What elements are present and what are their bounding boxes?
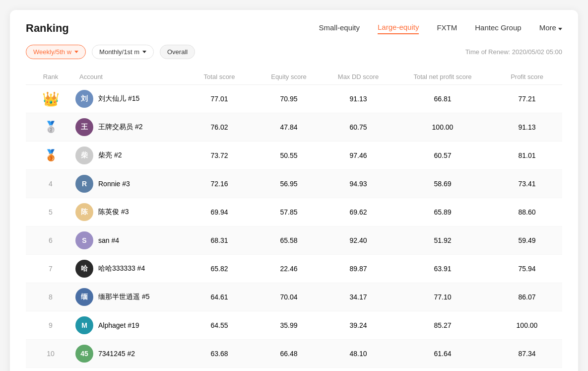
- net-profit-score: 58.69: [393, 180, 492, 188]
- table-row: 🥉 柴 柴亮 #2 73.72 50.55 97.46 60.57 81.01: [26, 142, 562, 170]
- table-row: 👑 刘 刘大仙儿 #15 77.01 70.95 91.13 66.81 77.…: [26, 85, 562, 113]
- chevron-down-icon: [74, 51, 78, 53]
- rank-cell: 👑: [26, 90, 75, 108]
- avatar: 柴: [75, 147, 93, 164]
- account-cell: 柴 柴亮 #2: [75, 147, 185, 164]
- account-name: Ronnie #3: [98, 180, 130, 188]
- account-cell: M Alphaget #19: [75, 316, 185, 334]
- silver-rank-icon: 🥈: [42, 118, 60, 136]
- nav-tab-large-equity[interactable]: Large-equity: [378, 23, 419, 34]
- overall-filter-btn[interactable]: Overall: [160, 45, 195, 59]
- net-profit-score: 65.89: [393, 208, 492, 216]
- table-row: 5 陈 陈英俊 #3 69.94 57.85 69.62 65.89 88.60: [26, 198, 562, 226]
- total-score: 73.72: [185, 151, 254, 159]
- account-name: Alphaget #19: [98, 321, 139, 329]
- account-name: 柴亮 #2: [98, 151, 122, 160]
- weekly-filter-btn[interactable]: Weekly/5th w: [26, 45, 86, 59]
- net-profit-score: 60.57: [393, 151, 492, 159]
- rank-cell: 8: [26, 293, 75, 301]
- equity-score: 22.46: [254, 265, 324, 273]
- equity-score: 70.04: [254, 293, 324, 301]
- rank-cell: 5: [26, 208, 75, 216]
- col-total: Total score: [185, 73, 254, 80]
- equity-score: 57.85: [254, 208, 324, 216]
- avatar: S: [75, 231, 93, 249]
- account-name: 缅那半世逍遥 #5: [98, 293, 149, 301]
- account-cell: R Ronnie #3: [75, 175, 185, 193]
- profit-score: 86.07: [492, 293, 562, 301]
- col-rank: Rank: [26, 73, 75, 80]
- rank-number: 6: [49, 236, 53, 244]
- avatar: M: [75, 316, 93, 334]
- maxdd-score: 92.40: [324, 236, 393, 244]
- profit-score: 87.34: [492, 350, 562, 358]
- ranking-table: Rank Account Total score Equity score Ma…: [26, 69, 562, 368]
- net-profit-score: 51.92: [393, 236, 492, 244]
- net-profit-score: 85.27: [393, 321, 492, 329]
- avatar: R: [75, 175, 93, 193]
- header: Ranking Small-equityLarge-equityFXTMHant…: [26, 22, 562, 35]
- account-name: 刘大仙儿 #15: [98, 94, 139, 103]
- profit-score: 91.13: [492, 123, 562, 131]
- col-profit: Profit score: [492, 73, 562, 80]
- gold-rank-icon: 👑: [42, 90, 60, 108]
- avatar: 王: [75, 118, 93, 136]
- maxdd-score: 60.75: [324, 123, 393, 131]
- account-cell: 刘 刘大仙儿 #15: [75, 90, 185, 108]
- account-name: 陈英俊 #3: [98, 208, 129, 217]
- renew-time: Time of Renew: 2020/05/02 05:00: [465, 48, 562, 56]
- monthly-filter-btn[interactable]: Monthly/1st m: [92, 45, 154, 59]
- rank-cell: 9: [26, 321, 75, 329]
- maxdd-score: 48.10: [324, 350, 393, 358]
- equity-score: 50.55: [254, 151, 324, 159]
- table-row: 10 45 7341245 #2 63.68 66.48 48.10 61.64…: [26, 340, 562, 368]
- nav-tab-more[interactable]: More: [539, 23, 562, 34]
- col-net: Total net profit score: [393, 73, 492, 80]
- equity-score: 70.95: [254, 95, 324, 103]
- maxdd-score: 69.62: [324, 208, 393, 216]
- account-cell: S san #4: [75, 231, 185, 249]
- page-title: Ranking: [26, 22, 69, 35]
- col-maxdd: Max DD score: [324, 73, 393, 80]
- account-name: 王牌交易员 #2: [98, 123, 142, 132]
- equity-score: 35.99: [254, 321, 324, 329]
- col-account: Account: [75, 73, 185, 80]
- net-profit-score: 63.91: [393, 265, 492, 273]
- table-row: 8 缅 缅那半世逍遥 #5 64.61 70.04 34.17 77.10 86…: [26, 283, 562, 311]
- main-container: Ranking Small-equityLarge-equityFXTMHant…: [10, 10, 578, 371]
- nav-tab-fxtm[interactable]: FXTM: [437, 23, 457, 34]
- avatar: 哈: [75, 260, 93, 278]
- rank-cell: 7: [26, 265, 75, 273]
- total-score: 68.31: [185, 236, 254, 244]
- account-cell: 王 王牌交易员 #2: [75, 118, 185, 136]
- rank-number: 8: [49, 293, 53, 301]
- table-row: 7 哈 哈哈333333 #4 65.82 22.46 89.87 63.91 …: [26, 255, 562, 283]
- nav-tab-hantec-group[interactable]: Hantec Group: [475, 23, 521, 34]
- chevron-down-icon: [558, 28, 562, 30]
- total-score: 63.68: [185, 350, 254, 358]
- table-row: 6 S san #4 68.31 65.58 92.40 51.92 59.49: [26, 226, 562, 255]
- bronze-rank-icon: 🥉: [42, 147, 60, 164]
- net-profit-score: 61.64: [393, 350, 492, 358]
- table-body: 👑 刘 刘大仙儿 #15 77.01 70.95 91.13 66.81 77.…: [26, 85, 562, 368]
- rank-cell: 6: [26, 236, 75, 244]
- account-cell: 陈 陈英俊 #3: [75, 203, 185, 221]
- profit-score: 59.49: [492, 236, 562, 244]
- avatar: 陈: [75, 203, 93, 221]
- col-equity: Equity score: [254, 73, 324, 80]
- table-row: 4 R Ronnie #3 72.16 56.95 94.93 58.69 73…: [26, 170, 562, 198]
- account-cell: 缅 缅那半世逍遥 #5: [75, 288, 185, 306]
- maxdd-score: 97.46: [324, 151, 393, 159]
- profit-score: 77.21: [492, 95, 562, 103]
- rank-number: 7: [49, 265, 53, 273]
- table-row: 9 M Alphaget #19 64.55 35.99 39.24 85.27…: [26, 311, 562, 340]
- maxdd-score: 94.93: [324, 180, 393, 188]
- maxdd-score: 34.17: [324, 293, 393, 301]
- account-name: 7341245 #2: [98, 350, 135, 358]
- avatar: 刘: [75, 90, 93, 108]
- total-score: 64.61: [185, 293, 254, 301]
- total-score: 77.01: [185, 95, 254, 103]
- total-score: 65.82: [185, 265, 254, 273]
- nav-tab-small-equity[interactable]: Small-equity: [319, 23, 360, 34]
- maxdd-score: 89.87: [324, 265, 393, 273]
